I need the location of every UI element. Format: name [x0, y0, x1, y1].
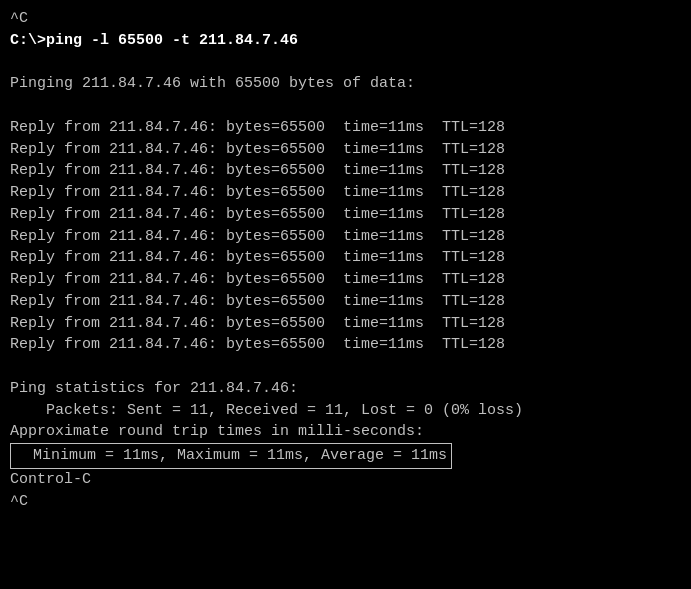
line-empty-3	[10, 356, 681, 378]
line-packets: Packets: Sent = 11, Received = 11, Lost …	[10, 400, 681, 422]
line-reply-2: Reply from 211.84.7.46: bytes=65500 time…	[10, 139, 681, 161]
line-ping-stats-header: Ping statistics for 211.84.7.46:	[10, 378, 681, 400]
line-empty-1	[10, 52, 681, 74]
terminal-window: ^C C:\>ping -l 65500 -t 211.84.7.46 Ping…	[0, 0, 691, 589]
line-reply-10: Reply from 211.84.7.46: bytes=65500 time…	[10, 313, 681, 335]
line-reply-5: Reply from 211.84.7.46: bytes=65500 time…	[10, 204, 681, 226]
line-reply-3: Reply from 211.84.7.46: bytes=65500 time…	[10, 160, 681, 182]
line-reply-4: Reply from 211.84.7.46: bytes=65500 time…	[10, 182, 681, 204]
line-reply-9: Reply from 211.84.7.46: bytes=65500 time…	[10, 291, 681, 313]
line-approx: Approximate round trip times in milli-se…	[10, 421, 681, 443]
minmax-box: Minimum = 11ms, Maximum = 11ms, Average …	[10, 443, 452, 469]
line-minmax: Minimum = 11ms, Maximum = 11ms, Average …	[10, 443, 681, 469]
line-command: C:\>ping -l 65500 -t 211.84.7.46	[10, 30, 681, 52]
line-empty-2	[10, 95, 681, 117]
line-reply-6: Reply from 211.84.7.46: bytes=65500 time…	[10, 226, 681, 248]
line-ctrl-c-2: Control-C	[10, 469, 681, 491]
line-reply-1: Reply from 211.84.7.46: bytes=65500 time…	[10, 117, 681, 139]
line-ctrl-c-1: ^C	[10, 8, 681, 30]
line-ctrl-c-3: ^C	[10, 491, 681, 513]
line-pinging: Pinging 211.84.7.46 with 65500 bytes of …	[10, 73, 681, 95]
line-reply-8: Reply from 211.84.7.46: bytes=65500 time…	[10, 269, 681, 291]
line-reply-7: Reply from 211.84.7.46: bytes=65500 time…	[10, 247, 681, 269]
line-reply-11: Reply from 211.84.7.46: bytes=65500 time…	[10, 334, 681, 356]
